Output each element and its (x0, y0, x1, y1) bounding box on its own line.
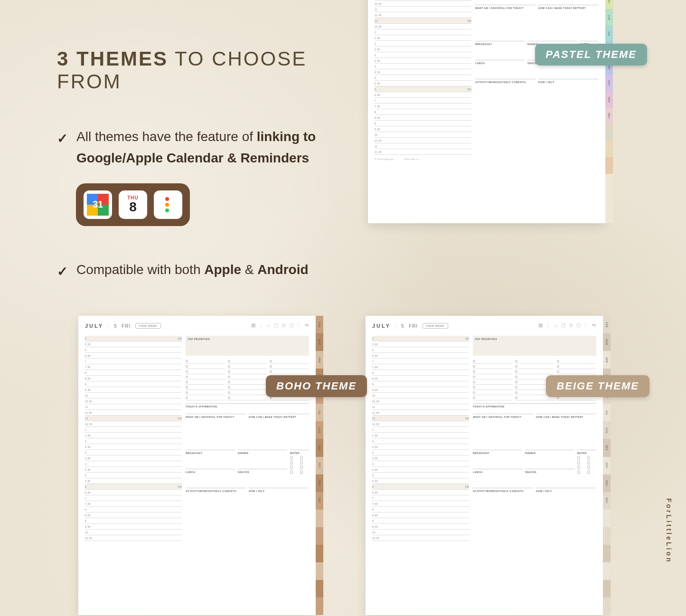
month-tab[interactable]: JUL (316, 404, 323, 421)
month-tab[interactable]: SEP (603, 439, 611, 456)
view-week-button[interactable]: VIEW WEEK (423, 323, 448, 329)
month-tab[interactable] (603, 562, 611, 580)
info-icon[interactable]: ⓘ (289, 322, 294, 329)
month-tab[interactable]: DEC (605, 108, 613, 124)
month-tab[interactable] (603, 527, 611, 545)
grid-icon[interactable]: ▦ (251, 322, 256, 329)
task-checkbox-icon[interactable] (515, 397, 517, 399)
month-tab[interactable] (605, 124, 613, 141)
task-checkbox-icon[interactable] (186, 370, 188, 373)
month-tab[interactable]: OCT (603, 457, 611, 474)
water-drop-icon[interactable] (577, 461, 580, 464)
grid-icon[interactable]: ▦ (538, 322, 543, 329)
task-checkbox-icon[interactable] (515, 391, 517, 394)
task-checkbox-icon[interactable] (473, 365, 475, 368)
home-icon[interactable]: ⌂ (554, 322, 558, 329)
task-checkbox-icon[interactable] (473, 381, 475, 383)
page-icon[interactable]: ▢ (274, 322, 279, 329)
month-tab[interactable]: NOV (605, 91, 613, 108)
task-checkbox-icon[interactable] (473, 391, 475, 394)
task-checkbox-icon[interactable] (270, 360, 272, 362)
month-tab[interactable]: MAR (603, 333, 611, 351)
month-tab[interactable]: JUN (605, 9, 613, 26)
task-checkbox-icon[interactable] (515, 381, 517, 383)
task-checkbox-icon[interactable] (186, 397, 188, 399)
clock-icon[interactable]: ◷ (282, 322, 286, 329)
month-tab[interactable]: FEB (316, 316, 323, 333)
water-drop-icon[interactable] (300, 461, 303, 464)
task-checkbox-icon[interactable] (473, 376, 475, 378)
month-tab[interactable]: DEC (316, 492, 323, 510)
month-tab[interactable]: OCT (316, 457, 323, 474)
month-tab[interactable]: AUG (603, 421, 611, 439)
month-tab[interactable]: JUL (605, 26, 613, 42)
task-checkbox-icon[interactable] (515, 386, 517, 389)
task-checkbox-icon[interactable] (270, 365, 272, 368)
home-icon[interactable]: ⌂ (266, 322, 271, 329)
info-icon[interactable]: ⓘ (576, 322, 581, 329)
task-checkbox-icon[interactable] (186, 391, 188, 394)
task-checkbox-icon[interactable] (515, 360, 517, 362)
water-drop-icon[interactable] (290, 461, 293, 464)
task-checkbox-icon[interactable] (515, 370, 517, 373)
month-tab[interactable]: NOV (603, 474, 611, 492)
task-checkbox-icon[interactable] (473, 360, 475, 362)
task-checkbox-icon[interactable] (228, 381, 230, 383)
month-tab[interactable] (603, 510, 611, 527)
task-checkbox-icon[interactable] (228, 360, 230, 362)
task-checkbox-icon[interactable] (557, 360, 559, 362)
task-checkbox-icon[interactable] (186, 386, 188, 389)
task-checkbox-icon[interactable] (515, 376, 517, 378)
month-tab[interactable] (605, 174, 613, 190)
month-tab[interactable] (603, 580, 611, 597)
task-checkbox-icon[interactable] (473, 370, 475, 373)
clock-icon[interactable]: ◷ (569, 322, 573, 329)
month-tab[interactable]: APR (316, 351, 323, 369)
task-checkbox-icon[interactable] (557, 370, 559, 373)
water-drop-icon[interactable] (587, 461, 590, 464)
task-checkbox-icon[interactable] (228, 376, 230, 378)
month-tab[interactable] (316, 580, 323, 597)
water-drop-icon[interactable] (587, 456, 590, 460)
month-tab[interactable] (603, 545, 611, 562)
task-checkbox-icon[interactable] (228, 386, 230, 389)
month-tab[interactable]: JUL (603, 404, 611, 421)
month-tab[interactable] (316, 562, 323, 580)
task-checkbox-icon[interactable] (515, 365, 517, 368)
task-checkbox-icon[interactable] (557, 365, 559, 368)
month-tab[interactable] (605, 141, 613, 157)
water-drop-icon[interactable] (290, 456, 293, 460)
month-tab[interactable] (316, 510, 323, 527)
month-tab[interactable]: SEP (316, 439, 323, 456)
page-icon[interactable]: ▢ (561, 322, 566, 329)
month-tab[interactable]: MAR (316, 333, 323, 351)
month-tab[interactable]: MAY (605, 0, 613, 9)
sync-icon[interactable]: ⇆ (304, 322, 309, 329)
month-tab[interactable] (316, 597, 323, 615)
task-checkbox-icon[interactable] (473, 386, 475, 389)
task-checkbox-icon[interactable] (186, 365, 188, 368)
month-tab[interactable] (316, 545, 323, 562)
water-drop-icon[interactable] (300, 456, 303, 460)
task-checkbox-icon[interactable] (270, 370, 272, 373)
task-checkbox-icon[interactable] (228, 391, 230, 394)
month-tab[interactable]: APR (603, 351, 611, 369)
heart-icon[interactable]: ♡ (297, 322, 301, 329)
month-tab[interactable] (605, 207, 613, 223)
month-tab[interactable]: AUG (316, 421, 323, 439)
month-tab[interactable] (605, 157, 613, 174)
task-checkbox-icon[interactable] (228, 397, 230, 399)
heart-icon[interactable]: ♡ (584, 322, 589, 329)
water-drop-icon[interactable] (577, 456, 580, 460)
task-checkbox-icon[interactable] (228, 370, 230, 373)
task-checkbox-icon[interactable] (473, 397, 475, 399)
sync-icon[interactable]: ⇆ (592, 322, 596, 329)
month-tab[interactable] (603, 597, 611, 615)
task-checkbox-icon[interactable] (186, 360, 188, 362)
view-week-button[interactable]: VIEW WEEK (135, 323, 160, 329)
month-tab[interactable]: OCT (605, 75, 613, 92)
month-tab[interactable]: FEB (603, 316, 611, 333)
task-checkbox-icon[interactable] (186, 376, 188, 378)
task-checkbox-icon[interactable] (228, 365, 230, 368)
month-tab[interactable] (605, 190, 613, 207)
